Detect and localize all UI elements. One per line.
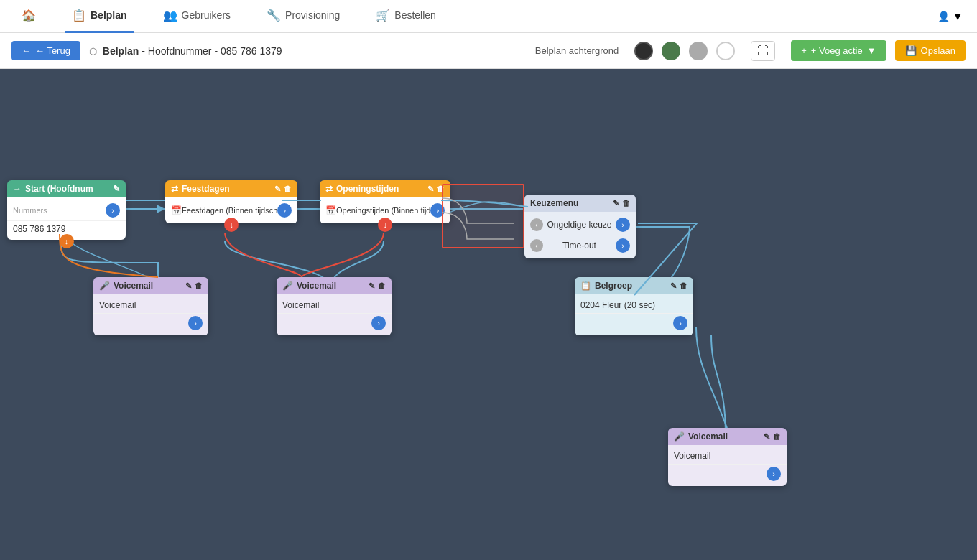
voicemail3-row: Voicemail (668, 448, 787, 465)
start-row-label: Nummers (13, 206, 47, 215)
keuzemenu-header: Keuzemenu ✎ 🗑 (524, 195, 636, 212)
start-node-title: Start (Hoofdnum (25, 184, 93, 194)
feestdagen-node[interactable]: ⇄ Feestdagen ✎ 🗑 📅 Feestdagen (Binnen ti… (165, 180, 297, 223)
save-icon: 💾 (905, 45, 917, 56)
nav-bestellen[interactable]: 🛒 Bestellen (369, 0, 443, 33)
feestdagen-edit-icon[interactable]: ✎ (274, 185, 281, 194)
color-dot-dark[interactable] (634, 42, 653, 60)
keuzemenu-right-conn-2[interactable]: › (616, 238, 630, 253)
voicemail2-edit-icon[interactable]: ✎ (369, 281, 375, 291)
start-node[interactable]: → Start (Hoofdnum ✎ Nummers › 085 786 13… (7, 180, 126, 240)
breadcrumb: ⬡ Belplan - Hoofdnummer - 085 786 1379 (89, 45, 282, 57)
back-arrow-icon: ← (22, 45, 31, 56)
feestdagen-connector-btn[interactable]: › (277, 203, 292, 218)
color-dot-gray[interactable] (689, 42, 708, 60)
voicemail3-trash-icon[interactable]: 🗑 (773, 432, 781, 442)
keuzemenu-node[interactable]: Keuzemenu ✎ 🗑 ‹ Ongeldige keuze › ‹ Time… (524, 195, 636, 258)
belgroep-icon: 📋 (580, 281, 591, 291)
feestdagen-header: ⇄ Feestdagen ✎ 🗑 (165, 180, 297, 197)
voicemail1-edit-icon[interactable]: ✎ (185, 281, 192, 291)
belgroep-row: 0204 Fleur (20 sec) (575, 297, 693, 314)
breadcrumb-brand: Belplan (103, 45, 139, 57)
feestdagen-title: Feestdagen (182, 184, 230, 194)
openingstijden-title: Openingstijden (336, 184, 399, 194)
belgroep-edit-icon[interactable]: ✎ (670, 281, 677, 291)
back-label: ← Terug (35, 45, 70, 56)
feestdagen-value: Feestdagen (Binnen tijdsch (182, 206, 277, 215)
add-action-label: + Voeg actie (811, 45, 863, 56)
breadcrumb-icon: ⬡ (89, 46, 97, 57)
voicemail3-edit-icon[interactable]: ✎ (764, 432, 770, 442)
save-label: Opslaan (921, 45, 955, 56)
feestdagen-icon: ⇄ (171, 184, 178, 194)
nav-gebruikers[interactable]: 👥 Gebruikers (156, 0, 238, 33)
nav-belplan-label: Belplan (91, 9, 127, 21)
nav-provisioning-label: Provisioning (285, 9, 340, 21)
chevron-down-icon: ▼ (867, 45, 876, 56)
voicemail1-title: Voicemail (114, 281, 153, 291)
voicemail2-header: 🎤 Voicemail ✎ 🗑 (277, 277, 392, 294)
openingstijden-down-connector[interactable]: ↓ (378, 218, 392, 232)
keuzemenu-trash-icon[interactable]: 🗑 (622, 199, 630, 208)
nav-provisioning[interactable]: 🔧 Provisioning (259, 0, 347, 33)
openingstijden-edit-icon[interactable]: ✎ (427, 185, 434, 194)
belplan-icon: 📋 (72, 9, 86, 22)
voicemail3-footer: › (668, 465, 787, 483)
voicemail2-icon: 🎤 (282, 281, 293, 291)
canvas[interactable]: → Start (Hoofdnum ✎ Nummers › 085 786 13… (0, 69, 977, 560)
keuzemenu-left-conn-1[interactable]: ‹ (530, 218, 543, 231)
fullscreen-button[interactable]: ⛶ (751, 41, 775, 61)
nav-user[interactable]: 👤 ▼ (937, 11, 963, 22)
voicemail3-node[interactable]: 🎤 Voicemail ✎ 🗑 Voicemail › (668, 428, 787, 486)
voicemail1-connector[interactable]: › (188, 316, 203, 330)
keuzemenu-edit-icon[interactable]: ✎ (613, 199, 619, 208)
back-button[interactable]: ← ← Terug (11, 41, 80, 60)
feestdagen-trash-icon[interactable]: 🗑 (284, 185, 292, 194)
openingstijden-trash-icon[interactable]: 🗑 (437, 185, 445, 194)
color-dot-green[interactable] (662, 42, 680, 60)
provisioning-icon: 🔧 (267, 9, 281, 22)
voicemail2-connector[interactable]: › (371, 316, 386, 330)
start-down-connector[interactable]: ↓ (60, 234, 74, 248)
save-button[interactable]: 💾 Opslaan (895, 40, 966, 61)
belgroep-node[interactable]: 📋 Belgroep ✎ 🗑 0204 Fleur (20 sec) › (575, 277, 693, 335)
nav-home[interactable]: 🏠 (14, 0, 43, 33)
cal-icon: 📅 (171, 205, 182, 215)
start-icon: → (13, 184, 22, 194)
toolbar: ← ← Terug ⬡ Belplan - Hoofdnummer - 085 … (0, 33, 977, 69)
color-dot-white[interactable] (716, 42, 735, 60)
start-edit-icon[interactable]: ✎ (113, 184, 120, 194)
keuzemenu-value-2: Time-out (562, 241, 596, 251)
keuzemenu-value-1: Ongeldige keuze (547, 220, 611, 230)
user-icon: 👤 (937, 11, 950, 22)
belgroep-body: 0204 Fleur (20 sec) › (575, 294, 693, 335)
nav-belplan[interactable]: 📋 Belplan (65, 0, 134, 33)
voicemail3-header: 🎤 Voicemail ✎ 🗑 (668, 428, 787, 445)
belgroep-header: 📋 Belgroep ✎ 🗑 (575, 277, 693, 294)
voicemail2-node[interactable]: 🎤 Voicemail ✎ 🗑 Voicemail › (277, 277, 392, 335)
voicemail3-connector[interactable]: › (767, 467, 781, 481)
voicemail1-body: Voicemail › (93, 294, 208, 335)
home-icon: 🏠 (22, 9, 36, 22)
breadcrumb-sep: - (142, 45, 148, 57)
openingstijden-icon: ⇄ (325, 184, 333, 194)
openingstijden-connector-btn[interactable]: › (430, 203, 445, 218)
feestdagen-actions: ✎ 🗑 (274, 185, 292, 194)
voicemail1-trash-icon[interactable]: 🗑 (195, 281, 203, 291)
keuzemenu-right-conn-1[interactable]: › (616, 218, 630, 232)
selection-box (442, 184, 524, 248)
belgroep-connector[interactable]: › (673, 316, 687, 330)
voicemail1-node[interactable]: 🎤 Voicemail ✎ 🗑 Voicemail › (93, 277, 208, 335)
keuzemenu-title: Keuzemenu (530, 198, 578, 208)
add-action-button[interactable]: + + Voeg actie ▼ (791, 40, 886, 61)
voicemail2-trash-icon[interactable]: 🗑 (378, 281, 386, 291)
start-connector-btn[interactable]: › (106, 203, 120, 218)
voicemail1-icon: 🎤 (99, 281, 110, 291)
keuzemenu-row-1: ‹ Ongeldige keuze › (524, 215, 636, 235)
feestdagen-down-connector[interactable]: ↓ (224, 218, 239, 232)
voicemail1-row: Voicemail (93, 297, 208, 314)
belgroep-trash-icon[interactable]: 🗑 (680, 281, 687, 291)
keuzemenu-left-conn-2[interactable]: ‹ (530, 239, 543, 252)
bg-label: Belplan achtergrond (535, 45, 619, 56)
openingstijden-node[interactable]: ⇄ Openingstijden ✎ 🗑 📅 Openingstijden (B… (320, 180, 450, 223)
